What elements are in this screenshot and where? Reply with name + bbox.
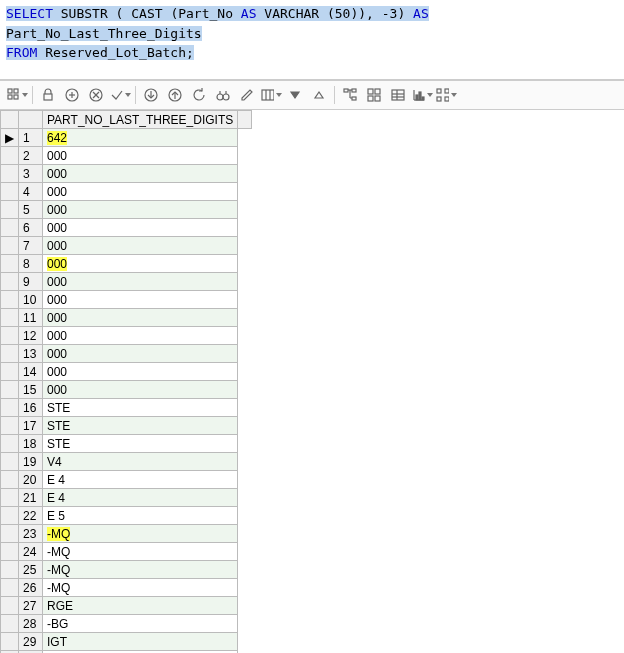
tree-button[interactable] [339,84,361,106]
data-cell[interactable]: -MQ [43,543,238,561]
row-indicator[interactable] [1,543,19,561]
data-cell[interactable]: 000 [43,345,238,363]
row-number[interactable]: 23 [19,525,43,543]
data-cell[interactable]: STE [43,399,238,417]
data-cell[interactable]: -MQ [43,525,238,543]
data-cell[interactable]: 000 [43,201,238,219]
data-cell[interactable]: E 5 [43,507,238,525]
upload-button[interactable] [164,84,186,106]
column-header[interactable]: PART_NO_LAST_THREE_DIGITS [43,111,238,129]
row-number[interactable]: 28 [19,615,43,633]
row-number[interactable]: 14 [19,363,43,381]
row-number[interactable]: 4 [19,183,43,201]
row-indicator[interactable] [1,561,19,579]
row-indicator[interactable] [1,615,19,633]
row-indicator[interactable] [1,633,19,651]
row-indicator[interactable] [1,399,19,417]
row-number[interactable]: 22 [19,507,43,525]
row-indicator[interactable] [1,309,19,327]
row-indicator[interactable] [1,345,19,363]
row-indicator[interactable] [1,525,19,543]
data-cell[interactable]: STE [43,435,238,453]
data-cell[interactable]: -MQ [43,561,238,579]
find-button[interactable] [212,84,234,106]
row-indicator[interactable] [1,165,19,183]
chart-button[interactable] [411,84,433,106]
sql-editor[interactable]: SELECT SUBSTR ( CAST (Part_No AS VARCHAR… [0,0,624,80]
data-cell[interactable]: E 4 [43,471,238,489]
row-indicator[interactable]: ▶ [1,129,19,147]
data-cell[interactable]: STE [43,417,238,435]
data-cell[interactable]: 000 [43,237,238,255]
select-mode-button[interactable] [6,84,28,106]
row-number[interactable]: 17 [19,417,43,435]
edit-button[interactable] [236,84,258,106]
row-number[interactable]: 26 [19,579,43,597]
data-cell[interactable]: 000 [43,309,238,327]
download-button[interactable] [140,84,162,106]
row-indicator[interactable] [1,417,19,435]
column-header-extra[interactable] [238,111,252,129]
row-number[interactable]: 11 [19,309,43,327]
data-cell[interactable]: E 4 [43,489,238,507]
row-number[interactable]: 15 [19,381,43,399]
row-indicator[interactable] [1,507,19,525]
columns-button[interactable] [260,84,282,106]
row-number[interactable]: 25 [19,561,43,579]
layout-button[interactable] [435,84,457,106]
row-number[interactable]: 24 [19,543,43,561]
data-cell[interactable]: 642 [43,129,238,147]
data-cell[interactable]: 000 [43,165,238,183]
data-cell[interactable]: 000 [43,291,238,309]
data-cell[interactable]: 000 [43,183,238,201]
row-number[interactable]: 20 [19,471,43,489]
data-cell[interactable]: 000 [43,219,238,237]
data-cell[interactable]: 000 [43,273,238,291]
row-indicator[interactable] [1,327,19,345]
filter-down-button[interactable] [284,84,306,106]
row-indicator[interactable] [1,471,19,489]
row-number[interactable]: 29 [19,633,43,651]
results-grid[interactable]: PART_NO_LAST_THREE_DIGITS ▶1642200030004… [0,110,252,653]
row-indicator[interactable] [1,579,19,597]
row-number[interactable]: 2 [19,147,43,165]
remove-button[interactable] [85,84,107,106]
row-number[interactable]: 7 [19,237,43,255]
row-number[interactable]: 18 [19,435,43,453]
row-number[interactable]: 27 [19,597,43,615]
data-cell[interactable]: IGT [43,633,238,651]
data-cell[interactable]: 000 [43,381,238,399]
group-button[interactable] [363,84,385,106]
row-indicator[interactable] [1,381,19,399]
data-cell[interactable]: V4 [43,453,238,471]
lock-button[interactable] [37,84,59,106]
row-indicator[interactable] [1,255,19,273]
data-cell[interactable]: -BG [43,615,238,633]
row-indicator[interactable] [1,237,19,255]
row-indicator[interactable] [1,273,19,291]
data-cell[interactable]: 000 [43,327,238,345]
row-number[interactable]: 1 [19,129,43,147]
row-number[interactable]: 19 [19,453,43,471]
data-cell[interactable]: 000 [43,255,238,273]
row-indicator[interactable] [1,183,19,201]
row-number[interactable]: 21 [19,489,43,507]
row-indicator[interactable] [1,219,19,237]
row-number[interactable]: 9 [19,273,43,291]
refresh-button[interactable] [188,84,210,106]
row-indicator[interactable] [1,453,19,471]
row-indicator[interactable] [1,291,19,309]
data-cell[interactable]: RGE [43,597,238,615]
table-button[interactable] [387,84,409,106]
row-number[interactable]: 16 [19,399,43,417]
row-indicator[interactable] [1,489,19,507]
row-indicator[interactable] [1,597,19,615]
row-indicator[interactable] [1,363,19,381]
data-cell[interactable]: 000 [43,147,238,165]
filter-up-button[interactable] [308,84,330,106]
row-number[interactable]: 10 [19,291,43,309]
row-number[interactable]: 3 [19,165,43,183]
row-indicator[interactable] [1,201,19,219]
row-number[interactable]: 5 [19,201,43,219]
row-indicator[interactable] [1,147,19,165]
